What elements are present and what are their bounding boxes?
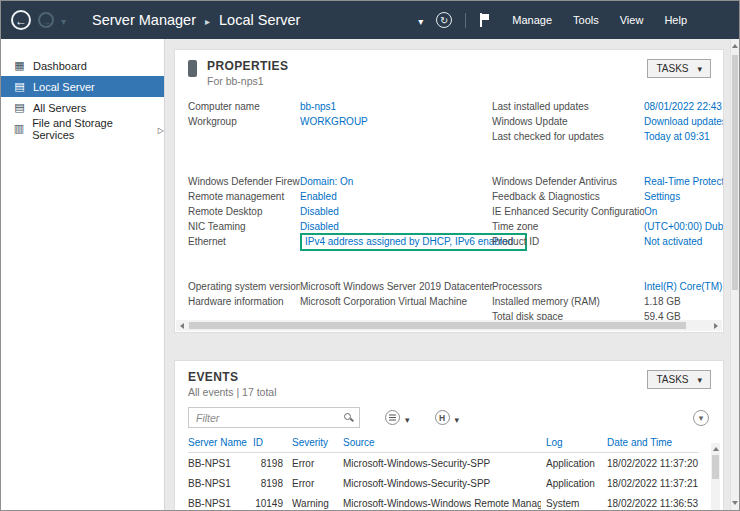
scrollbar-thumb[interactable] — [712, 455, 719, 479]
refresh-button[interactable] — [436, 12, 452, 28]
property-value[interactable]: (UTC+00:00) Dublin — [644, 221, 724, 232]
scroll-up-icon[interactable] — [732, 44, 738, 48]
filter-options-button[interactable] — [385, 409, 410, 427]
filter-input[interactable] — [188, 407, 360, 428]
events-title: EVENTS — [188, 370, 277, 384]
search-icon — [344, 413, 351, 420]
event-source: Microsoft-Windows-Windows Remote Managem… — [343, 498, 541, 509]
menu-manage[interactable]: Manage — [512, 14, 552, 26]
list-icon — [389, 417, 396, 418]
scrollbar-thumb[interactable] — [189, 322, 686, 329]
event-row[interactable]: BB-NPS1 8198 Error Microsoft-Windows-Sec… — [188, 453, 699, 473]
property-label: NIC Teaming — [188, 220, 300, 233]
history-dropdown-icon[interactable] — [61, 11, 66, 29]
sidebar-item-dashboard[interactable]: ▦ Dashboard — [1, 55, 164, 76]
event-source: Microsoft-Windows-Security-SPP — [343, 478, 541, 489]
app-title: Server Manager — [92, 12, 196, 28]
topbar-divider — [465, 13, 466, 28]
chevron-down-icon — [405, 409, 410, 427]
back-arrow-icon — [15, 11, 27, 29]
event-row[interactable]: BB-NPS1 8198 Error Microsoft-Windows-Sec… — [188, 473, 699, 493]
collapse-tile-button[interactable] — [693, 410, 709, 426]
property-value[interactable]: Enabled — [300, 191, 337, 202]
menu-view[interactable]: View — [620, 14, 644, 26]
col-server-name[interactable]: Server Name — [188, 437, 248, 448]
events-header: EVENTS All events | 17 total TASKS — [175, 361, 723, 398]
property-label: IE Enhanced Security Configuration — [492, 205, 644, 218]
property-label: Computer name — [188, 100, 300, 113]
events-toolbar: H — [188, 407, 709, 428]
server-tile-icon — [188, 60, 197, 77]
properties-horizontal-scrollbar[interactable] — [176, 320, 722, 331]
scroll-down-icon[interactable] — [732, 501, 738, 505]
property-value[interactable]: Settings — [644, 191, 680, 202]
property-value[interactable]: bb-nps1 — [300, 101, 336, 112]
event-source: Microsoft-Windows-Security-SPP — [343, 458, 541, 469]
property-row: Last checked for updates Today at 09:31 — [188, 129, 723, 144]
property-value[interactable]: 08/01/2022 22:43 — [644, 101, 722, 112]
col-log[interactable]: Log — [546, 437, 602, 448]
sidebar-item-all-servers[interactable]: ▤ All Servers — [1, 97, 164, 118]
forward-button[interactable] — [38, 12, 54, 28]
notifications-flag-button[interactable] — [479, 13, 490, 27]
scrollbar-thumb[interactable] — [732, 55, 738, 290]
property-value[interactable]: Today at 09:31 — [644, 131, 710, 142]
chevron-down-icon — [455, 409, 460, 427]
event-server-name: BB-NPS1 — [188, 498, 248, 509]
menu-tools[interactable]: Tools — [573, 14, 599, 26]
property-value[interactable]: Disabled — [300, 221, 339, 232]
property-row: Workgroup WORKGROUP Windows Update Downl… — [188, 114, 723, 129]
scroll-left-icon[interactable] — [180, 323, 184, 329]
menu-help[interactable]: Help — [664, 14, 687, 26]
refresh-icon — [440, 15, 448, 26]
events-scrollbar[interactable] — [711, 443, 720, 510]
properties-tasks-button[interactable]: TASKS — [647, 59, 711, 78]
server-dropdown-icon[interactable] — [418, 11, 423, 29]
property-value[interactable]: Disabled — [300, 206, 339, 217]
property-label: Remote Desktop — [188, 205, 300, 218]
breadcrumb-separator-icon — [205, 12, 210, 28]
sidebar-item-file-storage-services[interactable]: ▥ File and Storage Services — [1, 118, 164, 139]
col-source[interactable]: Source — [343, 437, 541, 448]
events-subtitle: All events | 17 total — [188, 386, 277, 398]
nav-buttons — [1, 10, 66, 30]
properties-title: PROPERTIES — [207, 59, 288, 73]
property-value[interactable]: Microsoft Corporation Virtual Machine — [300, 296, 467, 307]
property-value[interactable]: Microsoft Windows Server 2019 Datacenter — [300, 281, 493, 292]
property-value[interactable]: 1.18 GB — [644, 296, 681, 307]
property-label: Product ID — [492, 235, 644, 248]
chevron-down-icon — [697, 63, 702, 74]
expand-arrow-icon[interactable] — [158, 123, 164, 135]
events-tasks-button[interactable]: TASKS — [647, 370, 711, 389]
property-value[interactable]: Real-Time Protectio — [644, 176, 724, 187]
event-severity: Warning — [292, 498, 338, 509]
chevron-down-icon — [697, 374, 702, 385]
properties-grid: Computer name bb-nps1 Last installed upd… — [188, 99, 723, 324]
sidebar-item-local-server[interactable]: ▤ Local Server — [1, 76, 164, 97]
property-value[interactable]: On — [644, 206, 657, 217]
property-label: Installed memory (RAM) — [492, 295, 644, 308]
sidebar-item-label: Local Server — [33, 81, 95, 93]
event-server-name: BB-NPS1 — [188, 458, 248, 469]
property-row: Remote Desktop Disabled IE Enhanced Secu… — [188, 204, 723, 219]
main-vertical-scrollbar[interactable] — [730, 39, 739, 510]
col-date-time[interactable]: Date and Time — [607, 437, 699, 448]
col-severity[interactable]: Severity — [292, 437, 338, 448]
property-value[interactable]: Not activated — [644, 236, 702, 247]
property-label: Hardware information — [188, 295, 300, 308]
grouping-button[interactable]: H — [435, 409, 460, 427]
property-value[interactable]: Domain: On — [300, 176, 353, 187]
scroll-up-icon[interactable] — [713, 447, 719, 451]
property-value[interactable]: Intel(R) Core(TM) i9 — [644, 281, 724, 292]
col-id[interactable]: ID — [253, 437, 287, 448]
grouping-h-icon: H — [439, 413, 445, 423]
scroll-right-icon[interactable] — [714, 323, 718, 329]
storage-services-icon: ▥ — [12, 122, 26, 135]
back-button[interactable] — [11, 10, 31, 30]
property-label: Last checked for updates — [492, 130, 644, 143]
property-value[interactable]: WORKGROUP — [300, 116, 368, 127]
property-value[interactable]: Download updates — [644, 116, 724, 127]
property-label — [492, 145, 644, 173]
event-row[interactable]: BB-NPS1 10149 Warning Microsoft-Windows-… — [188, 493, 699, 510]
properties-tile: PROPERTIES For bb-nps1 TASKS Computer na… — [174, 49, 724, 333]
